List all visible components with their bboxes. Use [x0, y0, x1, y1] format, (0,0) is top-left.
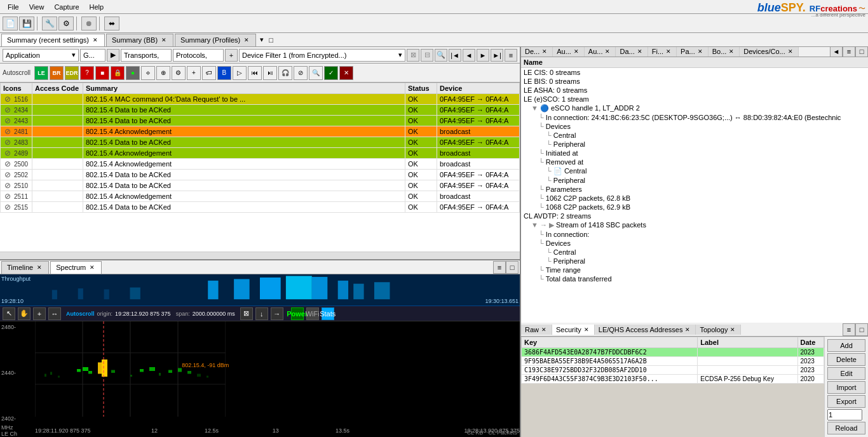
table-row[interactable]: 3F49F6D4A3C55F3874C9B3E3D2103F50... ECDS… [522, 375, 824, 384]
menu-btn[interactable]: ≡ [505, 49, 517, 62]
right-tab-menu[interactable]: ≡ [843, 47, 855, 57]
tab-topology-close[interactable]: ✕ [729, 326, 736, 333]
tab-summary-profiles[interactable]: Summary (Profiles) ✕ [175, 34, 256, 46]
tree-item[interactable]: └ Central [521, 248, 868, 257]
circle-btn[interactable]: ● [126, 66, 140, 80]
table-row[interactable]: ⊘ 2443 802.15.4 Data to be ACKed OK 0FA4… [1, 116, 520, 126]
table-row[interactable]: ⊘ 2515 802.15.4 Data to be ACKed OK 0FA4… [1, 202, 520, 213]
table-row[interactable]: ⊘ 2434 802.15.4 Data to be ACKed OK 0FA4… [1, 105, 520, 116]
help-btn[interactable]: ? [80, 66, 94, 80]
application-dropdown[interactable]: Application ▾ [3, 49, 79, 62]
tree-item[interactable]: └ Total data transferred [521, 274, 868, 283]
filter2-btn[interactable]: ⊘ [294, 66, 308, 80]
tab-topology[interactable]: Topology ✕ [696, 325, 741, 335]
col-summary[interactable]: Summary [83, 83, 405, 94]
scan-btn[interactable]: ⊕ [156, 66, 170, 80]
table-row[interactable]: ⊘ 2511 802.15.4 Acknowledgement OK broad… [1, 191, 520, 202]
bt2-btn[interactable]: B [217, 66, 231, 80]
right-tab-da[interactable]: Da... ✕ [616, 47, 648, 57]
table-row[interactable]: 3686F4AFD543E0A28747B7FDDCDBF6C2 2023 [522, 348, 824, 357]
prev-btn[interactable]: ◄ [463, 49, 475, 62]
tree-item[interactable]: └ 📄 Central [521, 166, 868, 176]
spectrum-cursor-btn[interactable]: ↖ [3, 307, 15, 320]
g-dropdown[interactable]: G... [80, 49, 105, 62]
tree-item[interactable]: └ Time range [521, 266, 868, 274]
tree-item[interactable]: └ 1068 C2P packets, 62.9 kB [521, 203, 868, 212]
table-row[interactable]: ⊘ 1516 802.15.4 MAC command 04:'Data Req… [1, 94, 520, 105]
table-row[interactable]: ⊘ 2481 802.15.4 Acknowledgement OK broad… [1, 126, 520, 137]
tab-spectrum[interactable]: Spectrum ✕ [50, 261, 102, 274]
tree-item[interactable]: └ Parameters [521, 185, 868, 194]
reload-key-btn[interactable]: Reload [827, 422, 865, 434]
key-col-date[interactable]: Date [797, 337, 824, 348]
tab-dropdown-arrow[interactable]: ▾ [257, 36, 266, 44]
settings-button[interactable]: ⚙ [58, 17, 74, 30]
check-btn[interactable]: ✓ [324, 66, 338, 80]
table-row[interactable]: ⊘ 2500 802.15.4 Acknowledgement OK broad… [1, 159, 520, 170]
right-tab-de[interactable]: De... ✕ [521, 47, 553, 57]
key-col-label[interactable]: Label [698, 337, 797, 348]
right-tab-max[interactable]: □ [855, 47, 868, 57]
media2-btn[interactable]: ⏮ [248, 66, 262, 80]
right-tab-au2[interactable]: Au... ✕ [585, 47, 616, 57]
table-row[interactable]: ⊘ 2510 802.15.4 Data to be ACKed OK 0FA4… [1, 180, 520, 191]
tree-item[interactable]: └ In connection: [521, 230, 868, 239]
key-col-key[interactable]: Key [522, 337, 698, 348]
new-button[interactable]: 📄 [3, 17, 18, 30]
tree-item[interactable]: └ Initiated at [521, 149, 868, 158]
spectrum-ruler-btn[interactable]: ↔ [48, 307, 61, 320]
last-btn[interactable]: ►| [491, 49, 503, 62]
le-btn[interactable]: LE [34, 66, 48, 80]
add-key-btn[interactable]: Add [827, 339, 865, 352]
tab-summary-profiles-close[interactable]: ✕ [243, 37, 250, 43]
table-row[interactable]: ⊘ 2489 802.15.4 Acknowledgement OK broad… [1, 148, 520, 159]
transports-dropdown[interactable]: Transports, [121, 49, 172, 62]
menu-view[interactable]: View [24, 2, 50, 12]
tree-item[interactable]: └ Peripheral [521, 176, 868, 185]
media1-btn[interactable]: ▷ [233, 66, 247, 80]
right-tab-bo[interactable]: Bo... ✕ [709, 47, 740, 57]
tab-summary-bb-close[interactable]: ✕ [160, 37, 168, 43]
tab-timeline-close[interactable]: ✕ [36, 264, 43, 271]
power-btn[interactable]: Power [291, 307, 304, 320]
tree-item[interactable]: └ Devices [521, 239, 868, 248]
tree-item[interactable]: └ 1062 C2P packets, 62.8 kB [521, 194, 868, 203]
right-tab-au1-close[interactable]: ✕ [573, 48, 580, 55]
right-tab-au1[interactable]: Au... ✕ [553, 47, 585, 57]
tag-btn[interactable]: 🏷 [202, 66, 216, 80]
device-filter-dropdown[interactable]: Device Filter 1 (from Encrypted...) ▾ [239, 49, 405, 62]
bt-btn[interactable]: ⎆ [141, 66, 155, 80]
spectrum-lock-btn[interactable]: ⊠ [240, 307, 253, 320]
table-row[interactable]: C193C38E9725BDD32F32DB085AF2DD10 2023 [522, 366, 824, 375]
search-btn[interactable]: 🔍 [435, 49, 447, 62]
plus-btn[interactable]: + [187, 66, 201, 80]
tab-spectrum-close[interactable]: ✕ [88, 264, 96, 271]
tab-timeline[interactable]: Timeline ✕ [1, 261, 49, 274]
tab-security-close[interactable]: ✕ [583, 326, 590, 333]
open-button[interactable]: 💾 [19, 17, 34, 30]
spectrum-menu[interactable]: ≡ [493, 261, 506, 274]
media3-btn[interactable]: ⏯ [263, 66, 277, 80]
tree-item[interactable]: ▼ 🔵 eSCO handle 1, LT_ADDR 2 [521, 104, 868, 113]
col-icons[interactable]: Icons [1, 83, 32, 94]
tree-item[interactable]: └ Removed at [521, 158, 868, 166]
right-bottom-max[interactable]: □ [855, 323, 868, 336]
stop-btn[interactable]: ■ [95, 66, 109, 80]
tree-item[interactable]: └ Central [521, 131, 868, 140]
stats-btn[interactable]: Stats [322, 307, 334, 320]
page-number-input[interactable] [827, 409, 862, 420]
spectrum-hand-btn[interactable]: ✋ [18, 307, 31, 320]
filter-funnel-btn[interactable]: ⊠ [407, 49, 419, 62]
split-button[interactable]: ⬌ [104, 17, 119, 30]
wifi-btn[interactable]: WiFi [306, 307, 319, 320]
export-key-btn[interactable]: Export [827, 395, 865, 408]
headset-btn[interactable]: 🎧 [278, 66, 292, 80]
lock-btn[interactable]: 🔒 [111, 66, 125, 80]
next-btn[interactable]: ► [477, 49, 489, 62]
nav-forward-btn[interactable]: ▶ [107, 49, 119, 62]
table-row[interactable]: ⊘ 2483 802.15.4 Data to be ACKed OK 0FA4… [1, 137, 520, 148]
right-tab-pa-close[interactable]: ✕ [696, 48, 704, 55]
tab-maximize[interactable]: □ [266, 36, 276, 44]
col-device[interactable]: Device [437, 83, 520, 94]
packet-scrollbar[interactable] [0, 252, 520, 259]
